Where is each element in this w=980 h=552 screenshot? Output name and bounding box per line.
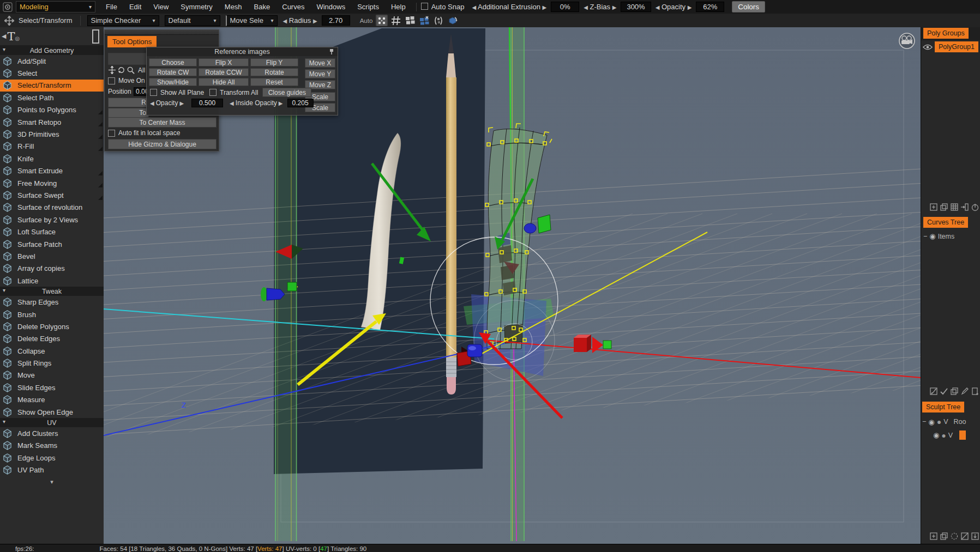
layer-eye-icon[interactable]: ◉	[933, 431, 939, 439]
shader-ball-icon[interactable]: ●	[937, 417, 941, 426]
section-header-tweak[interactable]: ▾Tweak	[0, 287, 104, 296]
check-icon[interactable]	[940, 387, 948, 397]
ref-btn-reset[interactable]: Reset	[250, 78, 298, 86]
menu-item-help[interactable]: Help	[385, 3, 412, 11]
copy-icon[interactable]	[940, 203, 948, 213]
snap-grid-button[interactable]	[390, 15, 402, 26]
save-down-icon[interactable]	[971, 532, 979, 542]
menu-item-windows[interactable]: Windows	[310, 3, 351, 11]
scale-gizmo-icon[interactable]	[127, 66, 135, 74]
sidebar-item-array-of-copies[interactable]: Array of copies	[0, 263, 104, 275]
sidebar-item-surface-of-revolution[interactable]: Surface of revolution	[0, 202, 104, 214]
graph-icon[interactable]	[929, 387, 938, 397]
symmetry-panes-button[interactable]	[404, 15, 416, 26]
polygroup-item[interactable]: PolyGroup1	[935, 41, 978, 52]
preset-dropdown[interactable]: Default ▾	[165, 15, 220, 26]
colors-button[interactable]: Colors	[732, 1, 765, 13]
to-center-mass-button[interactable]: To Center Mass	[108, 117, 217, 128]
section-header-uv[interactable]: ▾UV	[0, 418, 104, 427]
sidebar-item-edge-loops[interactable]: Edge Loops	[0, 452, 104, 464]
collapse-minus-icon[interactable]: −	[922, 418, 926, 426]
sidebar-item-measure[interactable]: Measure	[0, 394, 104, 406]
spin-right-icon[interactable]: ▶	[313, 18, 317, 24]
root-eye-icon[interactable]: ◉	[928, 418, 934, 426]
tab-sculpt-tree[interactable]: Sculpt Tree	[922, 402, 964, 413]
visibility-eye-icon[interactable]	[923, 44, 933, 50]
menu-item-symmetry[interactable]: Symmetry	[175, 3, 219, 11]
radius-value[interactable]: 2.70	[322, 15, 350, 26]
items-eye-icon[interactable]: ◉	[929, 232, 935, 240]
ref-btn-rotate-ccw[interactable]: Rotate CCW	[199, 68, 249, 76]
sidebar-item-mark-seams[interactable]: Mark Seams	[0, 440, 104, 452]
tool-options-tab[interactable]: Tool Options	[107, 36, 157, 47]
pin-icon[interactable]	[329, 48, 334, 55]
opacity-value[interactable]: 0.500	[191, 99, 223, 107]
info-icon[interactable]	[971, 203, 979, 213]
file-plus-icon[interactable]	[971, 387, 979, 397]
mirror-panes-x-button[interactable]	[418, 15, 430, 26]
show-all-plane-checkbox[interactable]	[150, 89, 157, 96]
sidebar-item-smart-extrude[interactable]: Smart Extrude	[0, 165, 104, 177]
grid-icon[interactable]	[950, 203, 959, 213]
selected-layer-sliver[interactable]	[959, 430, 966, 440]
move-gizmo-icon[interactable]	[108, 66, 116, 74]
menu-item-bake[interactable]: Bake	[248, 3, 276, 11]
sidebar-item-lattice[interactable]: Lattice	[0, 275, 104, 287]
ref-btn-move-y[interactable]: Move Y	[305, 69, 335, 78]
auto-snap-toggle[interactable]: Auto Snap	[421, 3, 465, 11]
z-bias-spinner[interactable]: ◀ Z-Bias ▶	[584, 3, 616, 11]
ref-btn-move-x[interactable]: Move X	[305, 58, 335, 68]
nav-all-label[interactable]: All	[138, 66, 145, 74]
copy-icon[interactable]	[940, 532, 948, 542]
menu-item-file[interactable]: File	[100, 3, 123, 11]
collapse-minus-icon[interactable]: −	[923, 233, 927, 240]
rotate-gizmo-icon[interactable]	[117, 66, 125, 74]
transform-all-checkbox[interactable]	[209, 89, 217, 96]
sidebar-item-split-rings[interactable]: Split Rings	[0, 357, 104, 369]
additional-extrusion-spinner[interactable]: ◀ Additional Extrusion ▶	[472, 3, 546, 11]
sidebar-item-show-open-edge[interactable]: Show Open Edge	[0, 406, 104, 418]
tab-poly-groups[interactable]: Poly Groups	[923, 28, 969, 39]
workspace-selector[interactable]: Modeling ▾	[16, 1, 95, 13]
sidebar-item-select[interactable]: Select	[0, 67, 104, 79]
scroll-down-arrow[interactable]: ▾	[0, 478, 104, 486]
import-icon[interactable]	[960, 203, 969, 213]
text-tool-icon[interactable]: T	[7, 30, 15, 43]
panel-handle[interactable]	[92, 29, 99, 44]
ref-btn-rotate-cw[interactable]: Rotate CW	[149, 68, 197, 76]
ref-btn-flip-x[interactable]: Flip X	[199, 58, 249, 66]
tab-curves-tree[interactable]: Curves Tree	[923, 217, 968, 228]
sidebar-item-surface-patch[interactable]: Surface Patch	[0, 238, 104, 250]
opacity-value[interactable]: 62%	[696, 2, 724, 12]
sidebar-item-loft-surface[interactable]: Loft Surface	[0, 226, 104, 238]
dialog-titlebar[interactable]: Reference images	[147, 47, 338, 56]
sidebar-item-surface-by-2-views[interactable]: Surface by 2 Views	[0, 214, 104, 226]
plus-box-icon[interactable]	[929, 203, 938, 213]
sidebar-item-uv-path[interactable]: UV Path	[0, 464, 104, 476]
sidebar-item-move[interactable]: Move	[0, 369, 104, 381]
auto-fit-checkbox[interactable]	[108, 130, 115, 137]
sidebar-item-collapse[interactable]: Collapse	[0, 345, 104, 357]
sidebar-item-delete-polygons[interactable]: Delete Polygons	[0, 320, 104, 332]
plus-box-icon[interactable]	[929, 532, 938, 542]
menu-item-curves[interactable]: Curves	[276, 3, 310, 11]
sidebar-item-smart-retopo[interactable]: Smart Retopo	[0, 116, 104, 128]
sidebar-item-r-fill[interactable]: R-Fill	[0, 141, 104, 153]
ref-btn-show-hide[interactable]: Show/Hide	[149, 78, 197, 86]
sidebar-item-sharp-edges[interactable]: Sharp Edges	[0, 296, 104, 308]
cube-rotate-button[interactable]	[447, 15, 459, 26]
inside-opacity-inc-icon[interactable]: ▶	[279, 100, 283, 106]
tool-options-titlebar[interactable]	[105, 30, 219, 35]
spin-left-icon[interactable]: ◀	[283, 18, 287, 24]
auto-snap-checkbox[interactable]	[421, 3, 428, 10]
close-guides-button[interactable]: Close guides	[262, 88, 311, 97]
z-bias-value[interactable]: 300%	[621, 2, 651, 12]
additional-extrusion-value[interactable]: 0%	[551, 2, 579, 12]
sidebar-item-brush[interactable]: Brush	[0, 308, 104, 320]
opacity-dec-icon[interactable]: ◀	[150, 100, 154, 106]
sidebar-item-surface-swept[interactable]: Surface Swept	[0, 189, 104, 201]
snap-points-button[interactable]	[376, 15, 388, 26]
sidebar-item-add-split[interactable]: Add/Split	[0, 55, 104, 67]
hide-gizmo-button[interactable]: Hide Gizmo & Dialogue	[108, 139, 217, 149]
checker-dropdown[interactable]: Simple Checker ▾	[87, 15, 159, 26]
